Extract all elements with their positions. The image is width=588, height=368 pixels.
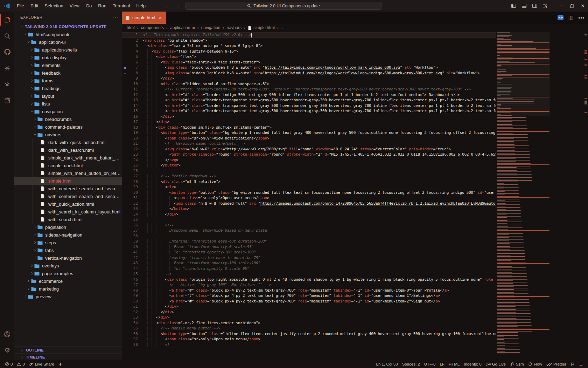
code-line[interactable]: 48 <a href="#" class="block px-4 py-2 te…: [122, 288, 496, 293]
line-number[interactable]: 47: [128, 282, 138, 287]
status-item-lf[interactable]: LF: [438, 360, 446, 368]
status-item-lightning[interactable]: [56, 360, 64, 368]
status-item-indents-0[interactable]: Indents: 0: [462, 360, 484, 368]
code-line[interactable]: 26: [122, 168, 496, 174]
line-number[interactable]: 38: [128, 234, 138, 238]
line-number[interactable]: 9: [128, 76, 138, 81]
code-line[interactable]: 57 <span class="sr-only">Open main menu<…: [122, 336, 496, 342]
menu-terminal[interactable]: Terminal: [110, 2, 133, 10]
line-number[interactable]: 55: [128, 326, 138, 330]
tree-item-file[interactable]: dark_with_search.html: [14, 146, 122, 154]
code-line[interactable]: 53 </div>: [122, 315, 496, 320]
toggle-primary-sidebar-icon[interactable]: [508, 0, 519, 12]
tree-item-folder[interactable]: elements: [14, 61, 122, 69]
breadcrumb-item[interactable]: html: [127, 25, 135, 30]
code-line[interactable]: 21 <!-- Heroicon name: outline/bell -->: [122, 141, 496, 146]
breadcrumb-item[interactable]: navigation: [201, 25, 220, 30]
breadcrumb-item[interactable]: navbars: [226, 25, 241, 30]
code-line[interactable]: 11 <!-- Current: "border-indigo-500 text…: [122, 87, 496, 92]
code-line[interactable]: 35: [122, 217, 496, 223]
status-item-html[interactable]: HTML: [447, 360, 462, 368]
code-line[interactable]: 6 <div class="flex-shrink-0 flex items-c…: [122, 60, 496, 65]
panel-timeline[interactable]: TIMELINE: [14, 353, 122, 360]
code-line[interactable]: 38: [122, 233, 496, 239]
status-item-flag[interactable]: [568, 360, 577, 368]
tree-item-folder[interactable]: ecommerce: [14, 277, 122, 285]
line-number[interactable]: 42: [128, 255, 138, 260]
menu-selection[interactable]: Selection: [41, 2, 66, 10]
tree-item-file[interactable]: with_centered_search_and_secondary_links…: [14, 192, 122, 200]
tree-item-folder[interactable]: html\components: [14, 30, 122, 38]
tree-item-folder[interactable]: marketing: [14, 285, 122, 293]
tree-item-folder[interactable]: tabs: [14, 246, 122, 254]
code-line[interactable]: 4 <div class="flex justify-between h-16"…: [122, 49, 496, 54]
code-line[interactable]: 5 <div class="flex">: [122, 54, 496, 60]
code-line[interactable]: 45 -->: [122, 271, 496, 277]
tree-item-folder[interactable]: sidebar-navigation: [14, 231, 122, 239]
code-line[interactable]: 18 <div class="hidden sm:ml-6 sm:flex sm…: [122, 125, 496, 130]
tree-item-folder[interactable]: forms: [14, 77, 122, 84]
more-actions-icon[interactable]: •••: [578, 15, 584, 21]
tree-item-folder[interactable]: navigation: [14, 108, 122, 115]
code-line[interactable]: 41 To: "transform opacity-100 scale-100": [122, 250, 496, 255]
settings-icon[interactable]: ⚙: [0, 342, 14, 358]
account-icon[interactable]: [0, 326, 14, 342]
menu-edit[interactable]: Edit: [27, 2, 41, 10]
line-number[interactable]: 10: [128, 82, 138, 86]
line-number[interactable]: 57: [128, 337, 138, 341]
code-line[interactable]: 54 <div class="-mr-2 flex items-center s…: [122, 320, 496, 326]
tree-item-folder[interactable]: overlays: [14, 262, 122, 270]
customize-layout-icon[interactable]: [540, 0, 550, 12]
command-center-search[interactable]: Tailwind 2.0 UI Components update: [186, 2, 382, 10]
line-number[interactable]: 31: [128, 196, 138, 200]
line-number[interactable]: 13: [128, 98, 138, 102]
line-number[interactable]: 41: [128, 250, 138, 254]
status-item-live-share[interactable]: Live Share: [27, 360, 56, 368]
line-number[interactable]: 2: [128, 38, 138, 43]
line-number[interactable]: 27: [128, 174, 138, 178]
explorer-icon[interactable]: [0, 12, 14, 28]
line-number[interactable]: 33: [128, 206, 138, 211]
code-line[interactable]: 43 From: "transform opacity-100 scale-10…: [122, 260, 496, 266]
code-line[interactable]: 12 <a href="#" class="border-indigo-500 …: [122, 92, 496, 98]
toggle-panel-icon[interactable]: [519, 0, 529, 12]
line-number[interactable]: 58: [128, 342, 138, 347]
code-line[interactable]: 33 </button>: [122, 206, 496, 212]
code-line[interactable]: 46 <div class="origin-top-right absolute…: [122, 277, 496, 282]
code-line[interactable]: 55 <!-- Mobile menu button -->: [122, 326, 496, 331]
code-line[interactable]: 47 <!-- Active: "bg-gray-100", Not Activ…: [122, 282, 496, 288]
tree-item-folder[interactable]: feedback: [14, 69, 122, 77]
code-line[interactable]: 13 <a href="#" class="border-transparent…: [122, 97, 496, 103]
tree-item-folder[interactable]: application-shells: [14, 46, 122, 54]
code-line[interactable]: 39 Entering: "transition ease-out durati…: [122, 239, 496, 244]
tree-item-folder[interactable]: lists: [14, 100, 122, 108]
code-line[interactable]: 16 </div>: [122, 114, 496, 120]
line-number[interactable]: 17: [128, 120, 138, 124]
line-number[interactable]: 21: [128, 141, 138, 146]
tab-close-icon[interactable]: ×: [159, 15, 162, 21]
line-number[interactable]: 34: [128, 212, 138, 217]
line-number[interactable]: 12: [128, 93, 138, 97]
split-editor-icon[interactable]: [568, 15, 573, 20]
tree-item-folder[interactable]: vertical-navigation: [14, 254, 122, 262]
status-item-spaces-2[interactable]: Spaces: 2: [400, 360, 422, 368]
tree-item-file[interactable]: with_search.html: [14, 216, 122, 223]
tree-item-folder[interactable]: preview: [14, 293, 122, 300]
status-item-0[interactable]: 0: [15, 360, 27, 368]
restore-button[interactable]: [567, 0, 578, 12]
line-number[interactable]: 46: [128, 277, 138, 282]
code-line[interactable]: 51 </div>: [122, 304, 496, 309]
code-line[interactable]: 37 Dropdown menu, show/hide based on men…: [122, 228, 496, 233]
menu-run[interactable]: Run: [95, 2, 110, 10]
close-button[interactable]: ×: [578, 0, 588, 12]
status-item-prettier[interactable]: Prettier: [544, 360, 568, 368]
line-number[interactable]: 22: [128, 147, 138, 151]
line-number[interactable]: 20: [128, 136, 138, 141]
paw-icon[interactable]: [0, 76, 14, 92]
status-item-ln-1-col-50[interactable]: Ln 1, Col 50: [374, 360, 400, 368]
status-item-51m[interactable]: 51m: [508, 360, 526, 368]
code-line[interactable]: 27 <!-- Profile dropdown -->: [122, 173, 496, 179]
tree-item-file[interactable]: dark_with_quick_action.html: [14, 138, 122, 146]
tree-item-file[interactable]: with_centered_search_and_secondary_links…: [14, 185, 122, 192]
line-number[interactable]: 36: [128, 223, 138, 227]
